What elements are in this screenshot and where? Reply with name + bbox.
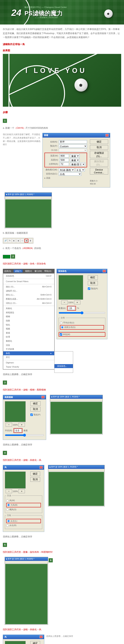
step-note: 选择如上图参数，点确定保存 xyxy=(3,372,121,376)
resolution-input[interactable] xyxy=(60,162,69,166)
mask-icon[interactable]: ◐ xyxy=(12,239,16,242)
grass-preview xyxy=(5,200,51,228)
grass-preview-rotated xyxy=(5,564,48,624)
blast-radio[interactable] xyxy=(7,504,10,506)
step-text: 找到顶部工具栏的→滤镜→模糊→高斯模糊 xyxy=(3,388,121,392)
from-right-radio[interactable] xyxy=(6,524,9,527)
width-unit[interactable]: 像素 xyxy=(70,154,80,158)
cancel-button[interactable]: 取消 xyxy=(30,477,40,482)
canvas-window: ■ 草坪 @ 100% (图层 1, RGB/8) * xyxy=(5,557,48,625)
resolution-unit[interactable]: 像素/英寸 xyxy=(70,162,85,166)
step-text: c. 填充一个色值为（#028624）的绿色 xyxy=(3,246,121,250)
fx-icon[interactable]: fx xyxy=(8,239,12,242)
wind-dialog: 风× − 100% + 确定 取消 方法 风(W) 大风(B) 飓风(S) xyxy=(3,465,44,532)
preview-thumb xyxy=(5,401,26,422)
hero-meta: （二）阿堂教学 | 2013/11/07 xyxy=(34,16,58,19)
step-note: 选择如上图参数，点确定保存 xyxy=(3,443,121,446)
gaussian-radio[interactable] xyxy=(61,326,64,328)
zoom-out-button[interactable]: − xyxy=(6,489,12,493)
step-number: 2 xyxy=(11,254,15,258)
bg-select[interactable]: 白色 xyxy=(59,172,82,176)
soccer-ball-icon xyxy=(104,10,113,18)
step-text: b. 图层面板→创建新图层 xyxy=(3,231,121,235)
close-icon[interactable]: × xyxy=(40,636,42,638)
close-icon[interactable]: × xyxy=(42,396,44,398)
width-input[interactable] xyxy=(60,154,69,158)
result-label: 效果图 xyxy=(3,49,121,52)
zoom-in-button[interactable]: + xyxy=(18,489,25,493)
advanced-toggle[interactable]: ▸ 高级 xyxy=(44,176,50,180)
filter-menu: 选择(S) 滤镜(T) 视图(V) 窗口(W) 帮助(H) 添加杂色 Ctrl+… xyxy=(3,269,55,370)
ok-button[interactable]: 确定 xyxy=(90,140,108,144)
close-icon[interactable]: × xyxy=(106,134,108,137)
layer-toolbar: 🔗 fx ◐ ◑ ▭ ▣ 🗑 xyxy=(3,238,33,244)
height-input[interactable] xyxy=(60,158,69,162)
cancel-button[interactable]: 取消 xyxy=(88,281,98,285)
stagger-radio[interactable] xyxy=(6,508,9,511)
adjustment-icon[interactable]: ◑ xyxy=(16,239,20,242)
preview-thumb xyxy=(5,641,26,644)
noise-submenu[interactable]: 杂色▸ 减少杂色... 蒙尘与划痕... 去斑 添加杂色... 中间值... xyxy=(3,351,54,356)
radius-input[interactable] xyxy=(15,429,21,432)
canvas-window: ■ 草坪 @ 100% (图层 1, RGB/8) * xyxy=(50,395,103,434)
from-left-radio[interactable] xyxy=(7,520,10,522)
size-select[interactable] xyxy=(59,148,87,152)
save-preset-button[interactable]: 存储预设(S)... xyxy=(90,151,108,158)
delete-preset-button[interactable]: 删除预设(D)... xyxy=(90,159,108,166)
menu-dropdown: 添加杂色 Ctrl+F Convert for Smart Filters 抽出… xyxy=(3,274,54,370)
soccer-ball-icon xyxy=(74,78,88,92)
step-text: 找到顶部工具栏的→滤镜→风格化→风 xyxy=(3,458,121,462)
step-text: 找到顶部工具栏的→图像→旋转画布→90度顺时针 xyxy=(3,550,121,554)
preview-checkbox[interactable] xyxy=(30,414,33,416)
preset-select[interactable]: Custom xyxy=(59,144,87,148)
side-note: 我们的相关大家应该都了解吧，不清楚也不上图了，所以具体参数就不多说了，大家一看就… xyxy=(3,133,40,146)
canvas-window: ■ 草坪 @ 100% (图层 1, RGB/8) * xyxy=(5,192,52,228)
zoom-out-button[interactable]: − xyxy=(61,300,68,304)
zoom-in-button[interactable]: + xyxy=(18,423,25,427)
close-icon[interactable]: × xyxy=(103,270,106,272)
ok-button[interactable]: 确定 xyxy=(30,641,40,644)
step-number: 5 xyxy=(3,543,7,547)
color-swatch xyxy=(3,255,10,258)
grass-preview xyxy=(48,472,104,506)
add-noise-item[interactable]: 添加杂色... xyxy=(54,364,73,368)
dialog-title: 新建 xyxy=(44,134,48,137)
intro-paragraph: 作为设计师，相信大家天天和PS滤镜打交道是常有的苦恼吧，几乎我们一来公司第二件事… xyxy=(3,27,121,40)
canvas-title: ■ 草坪 @ 100% (图层 1, RGB/8) * xyxy=(5,192,52,196)
height-unit[interactable]: 像素 xyxy=(70,158,80,162)
step-text: 找到顶部工具栏的→滤镜→风格化→风 xyxy=(3,628,121,631)
mode-select[interactable]: RGB 颜色 xyxy=(59,168,74,172)
ok-button[interactable]: 确定 xyxy=(30,401,40,406)
step-number: 3 xyxy=(3,380,7,385)
step-note: 选择如上图参数，点确定保存 xyxy=(3,535,121,538)
step-number: 4 xyxy=(3,451,7,455)
ok-button[interactable]: 确定 xyxy=(30,472,40,476)
trash-icon[interactable]: 🗑 xyxy=(29,239,32,242)
device-central-button[interactable]: Device Central... xyxy=(90,168,108,174)
ok-button[interactable]: 确定 xyxy=(88,275,98,280)
amount-slider[interactable] xyxy=(58,311,105,314)
cancel-button[interactable]: 取消 xyxy=(90,145,108,150)
link-icon[interactable]: 🔗 xyxy=(4,239,8,242)
new-document-dialog: 新建 × 名称(N): 预设(P):Custom 大小(I): 宽度(W):像素… xyxy=(42,133,110,188)
new-layer-icon[interactable]: ▣ xyxy=(24,239,28,242)
grass-preview xyxy=(50,402,102,434)
amount-input[interactable] xyxy=(68,306,75,310)
uniform-radio[interactable] xyxy=(60,322,62,324)
filter-menu-item[interactable]: 滤镜(T) xyxy=(14,270,22,272)
wind-radio[interactable] xyxy=(6,500,9,502)
result-preview: I LOVE YOU xyxy=(3,54,121,107)
radius-slider[interactable] xyxy=(5,434,44,437)
zoom-out-button[interactable]: − xyxy=(6,423,12,427)
add-noise-dialog: 添加杂色× − 100% + 确定 取消 预览(P) 数量(A):% 分布 xyxy=(56,269,108,340)
zoom-in-button[interactable]: + xyxy=(74,300,80,304)
step-number: 6 xyxy=(48,558,53,562)
group-icon[interactable]: ▭ xyxy=(20,239,24,242)
name-input[interactable] xyxy=(59,140,87,144)
wind-dialog: 风× − 100% + 确定 取消 方法 风(W) 大风(B) 飓风(S) xyxy=(3,634,44,644)
cancel-button[interactable]: 取消 xyxy=(30,407,40,412)
bit-select[interactable]: 8 位 xyxy=(76,168,85,172)
mono-checkbox[interactable] xyxy=(60,333,62,336)
preview-checkbox[interactable] xyxy=(88,288,90,290)
close-icon[interactable]: × xyxy=(40,466,42,469)
